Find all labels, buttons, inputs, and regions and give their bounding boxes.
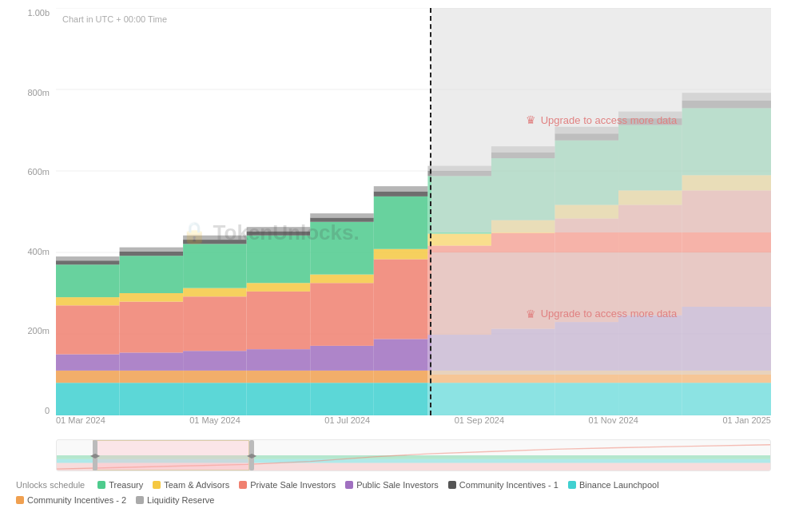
legend-dot-community-2	[16, 496, 24, 504]
svg-rect-58	[427, 234, 491, 246]
range-selected-area[interactable]	[93, 440, 249, 470]
svg-rect-83	[618, 125, 682, 191]
legend-label-liquidity: Liquidity Reserve	[147, 495, 214, 505]
svg-rect-68	[491, 153, 555, 158]
svg-rect-37	[247, 227, 311, 231]
chart-plot-area: Today ♛ Upgrade to access more data ♛ Up…	[56, 8, 771, 415]
svg-rect-30	[247, 383, 311, 415]
svg-rect-90	[682, 175, 771, 190]
legend-item-liquidity: Liquidity Reserve	[136, 495, 214, 505]
svg-rect-49	[374, 260, 428, 339]
range-handle-left-icon: ◀▶	[93, 440, 97, 470]
svg-rect-14	[120, 383, 184, 415]
svg-rect-65	[491, 233, 555, 329]
chart-area: 1.00b 800m 600m 400m 200m 0	[8, 8, 779, 439]
svg-rect-43	[310, 222, 374, 275]
x-label-1: 01 Mar 2024	[56, 415, 105, 425]
legend-dot-binance	[568, 481, 576, 489]
svg-rect-52	[374, 192, 428, 197]
svg-rect-11	[56, 264, 120, 297]
legend-item-private-sale: Private Sale Investors	[239, 480, 336, 490]
svg-rect-12	[56, 260, 120, 264]
svg-rect-48	[374, 339, 428, 371]
svg-rect-67	[491, 158, 555, 220]
legend: Unlocks schedule Treasury Team & Advisor…	[8, 471, 779, 511]
svg-rect-35	[247, 236, 311, 284]
svg-rect-54	[427, 383, 491, 415]
legend-dot-community-1	[448, 481, 456, 489]
svg-rect-8	[56, 355, 120, 371]
svg-rect-74	[555, 205, 619, 219]
legend-label-public-sale: Public Sale Investors	[356, 480, 439, 490]
svg-rect-50	[374, 249, 428, 260]
x-label-5: 01 Nov 2024	[589, 415, 638, 425]
svg-rect-63	[491, 371, 555, 383]
legend-dot-public-sale	[345, 481, 353, 489]
range-handle-right[interactable]: ◀▶	[249, 440, 254, 470]
svg-rect-66	[491, 220, 555, 233]
svg-rect-22	[183, 383, 247, 415]
svg-rect-13	[56, 256, 120, 260]
svg-rect-62	[491, 383, 555, 415]
svg-rect-72	[555, 322, 619, 371]
legend-dot-treasury	[97, 481, 105, 489]
legend-item-public-sale: Public Sale Investors	[345, 480, 439, 490]
legend-schedule-label: Unlocks schedule	[16, 480, 85, 490]
svg-rect-64	[491, 329, 555, 371]
svg-rect-71	[555, 371, 619, 383]
range-handle-right-icon: ◀▶	[249, 440, 254, 470]
svg-rect-17	[120, 302, 184, 353]
svg-rect-19	[120, 256, 184, 293]
svg-rect-45	[310, 213, 374, 217]
x-label-3: 01 Jul 2024	[324, 415, 370, 425]
svg-rect-55	[427, 371, 491, 383]
chart-title: Chart in UTC + 00:00 Time	[62, 14, 167, 24]
y-label-4: 400m	[8, 247, 56, 256]
svg-rect-77	[555, 127, 619, 134]
svg-rect-76	[555, 133, 619, 141]
legend-label-private-sale: Private Sale Investors	[250, 480, 336, 490]
svg-rect-93	[682, 93, 771, 101]
svg-rect-59	[427, 176, 491, 233]
svg-rect-15	[120, 371, 184, 383]
legend-label-community-1: Community Incentives - 1	[459, 480, 558, 490]
svg-rect-82	[618, 190, 682, 204]
svg-rect-86	[682, 383, 771, 415]
x-label-6: 01 Jan 2025	[722, 415, 771, 425]
legend-label-treasury: Treasury	[109, 480, 143, 490]
svg-rect-51	[374, 197, 428, 249]
svg-rect-47	[374, 371, 428, 383]
svg-rect-41	[310, 283, 374, 346]
legend-item-team: Team & Advisors	[153, 480, 229, 490]
svg-rect-9	[56, 305, 120, 354]
legend-dot-private-sale	[239, 481, 247, 489]
svg-rect-27	[183, 244, 247, 288]
svg-rect-10	[56, 297, 120, 305]
svg-rect-84	[618, 118, 682, 125]
svg-rect-57	[427, 246, 491, 335]
svg-rect-78	[618, 383, 682, 415]
range-handle-left[interactable]: ◀▶	[93, 440, 97, 470]
svg-rect-89	[682, 190, 771, 307]
svg-rect-79	[618, 371, 682, 383]
svg-rect-38	[310, 383, 374, 415]
svg-rect-36	[247, 231, 311, 235]
x-label-2: 01 May 2024	[189, 415, 240, 425]
svg-rect-31	[247, 371, 311, 383]
y-label-2: 800m	[8, 88, 56, 97]
x-label-4: 01 Sep 2024	[455, 415, 504, 425]
legend-label-team: Team & Advisors	[164, 480, 229, 490]
svg-rect-87	[682, 371, 771, 383]
svg-rect-53	[374, 186, 428, 191]
y-label-3: 600m	[8, 167, 56, 177]
svg-rect-69	[491, 146, 555, 152]
svg-rect-56	[427, 335, 491, 371]
svg-rect-73	[555, 219, 619, 323]
svg-rect-33	[247, 292, 311, 349]
svg-rect-24	[183, 351, 247, 371]
range-selector[interactable]: ◀▶ ◀▶	[56, 439, 771, 471]
svg-rect-60	[427, 171, 491, 176]
svg-rect-81	[618, 205, 682, 316]
svg-rect-40	[310, 346, 374, 371]
legend-dot-team	[153, 481, 161, 489]
